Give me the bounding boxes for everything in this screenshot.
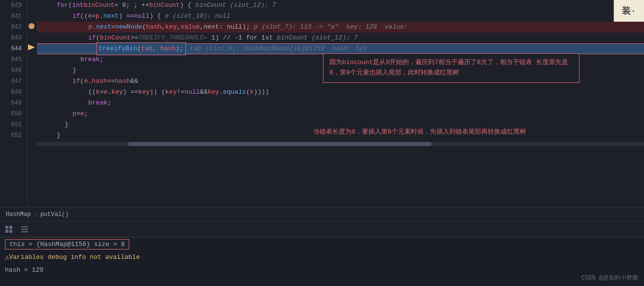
debug-642: p (slot_7): 113 -> "a" key: 129 value: <box>254 22 408 33</box>
grid-icon[interactable] <box>4 224 14 234</box>
debug-644: tab (slot_6): HashMap$Node[16]@1159 hash… <box>190 43 367 54</box>
editor-area: − 640 − 641 642 643 644 645 646 647 648 … <box>0 0 644 221</box>
csdn-watermark: CSDN @进击的小胖墩 <box>581 274 638 282</box>
line-num-650: 650 <box>0 108 22 119</box>
debug-hash-var: hash = 129 <box>5 266 43 274</box>
line-num-646: 646 <box>0 65 22 76</box>
debug-643: binCount (slot_12): 7 <box>277 33 358 43</box>
line-num-651: 651 <box>0 119 22 130</box>
breadcrumb-bar: HashMap › putVal() <box>0 207 644 221</box>
line-num-645: 645 <box>0 54 22 65</box>
code-container: − 640 − 641 642 643 644 645 646 647 648 … <box>0 0 644 207</box>
fold-641[interactable]: − <box>17 14 21 18</box>
line-num-640: − 640 <box>0 0 22 11</box>
code-line-640: for (int binCount = 0; ; ++binCount) { b… <box>37 0 644 11</box>
list-icon[interactable] <box>20 224 30 234</box>
code-line-642: p.next = newNode(hash, key, value, next:… <box>37 22 644 33</box>
gutter-column <box>27 0 37 207</box>
debug-row-1: this = {HashMap@1156} size = 8 <box>0 238 644 250</box>
debug-641: e (slot_10): null <box>165 11 231 22</box>
code-line-649: break; <box>37 98 644 108</box>
breadcrumb-method[interactable]: putVal() <box>40 211 69 218</box>
svg-rect-2 <box>5 230 8 233</box>
breakpoint-642 <box>29 23 35 29</box>
breadcrumb-sep: › <box>34 211 37 218</box>
warning-icon: ⚠ <box>5 253 9 261</box>
code-line-641: if ((e = p.next) == null) { e (slot_10):… <box>37 11 644 22</box>
debug-this-var: this = {HashMap@1156} size = 8 <box>5 239 129 250</box>
svg-rect-1 <box>9 226 12 229</box>
fold-640[interactable]: − <box>17 3 21 7</box>
code-line-644: treeifyBin(tab, hash); tab (slot_6): Has… <box>37 43 644 54</box>
debug-warning-text: Variables debug info not available <box>9 253 140 261</box>
svg-rect-3 <box>9 230 12 233</box>
bottom-toolbar <box>0 221 644 237</box>
arrow-644 <box>28 44 35 50</box>
tooltip-explanation-2: 当链表长度为8，要插入第9个元素时候，先插入到链表尾部再转换成红黑树 <box>313 127 526 138</box>
svg-rect-6 <box>21 231 28 232</box>
tooltip-explanation-1: 因为bincount是从0开始的，遍历到7相当于遍历了8次了，相当于链表 长度原… <box>323 53 579 83</box>
scrollbar-thumb[interactable] <box>128 142 432 146</box>
horizontal-scrollbar[interactable] <box>37 142 644 146</box>
debug-640: binCount (slot_12): 7 <box>195 0 276 11</box>
svg-rect-5 <box>21 229 28 230</box>
line-numbers: − 640 − 641 642 643 644 645 646 647 648 … <box>0 0 27 207</box>
line-num-641: − 641 <box>0 11 22 22</box>
line-num-643: 643 <box>0 33 22 43</box>
line-num-648: 648 <box>0 87 22 98</box>
line-num-642: 642 <box>0 22 22 33</box>
code-line-650: p = e; <box>37 108 644 119</box>
code-content[interactable]: for (int binCount = 0; ; ++binCount) { b… <box>37 0 644 207</box>
avatar-box: 装· <box>613 0 644 22</box>
code-line-648: ((k = e.key) == key || (key != null && k… <box>37 87 644 98</box>
line-num-652: 652 <box>0 130 22 141</box>
svg-rect-0 <box>5 226 8 229</box>
line-num-644: 644 <box>0 43 22 54</box>
code-line-643: if (binCount >= TREEIFY_THRESHOLD - 1) /… <box>37 33 644 43</box>
debug-row-3: hash = 129 <box>0 263 644 276</box>
line-num-649: 649 <box>0 98 22 108</box>
main-container: − 640 − 641 642 643 644 645 646 647 648 … <box>0 0 644 286</box>
debug-panel: this = {HashMap@1156} size = 8 ⚠ Variabl… <box>0 237 644 286</box>
breadcrumb-class[interactable]: HashMap <box>6 211 31 218</box>
line-num-647: 647 <box>0 76 22 87</box>
svg-rect-4 <box>21 226 28 227</box>
debug-row-2: ⚠ Variables debug info not available <box>0 250 644 263</box>
